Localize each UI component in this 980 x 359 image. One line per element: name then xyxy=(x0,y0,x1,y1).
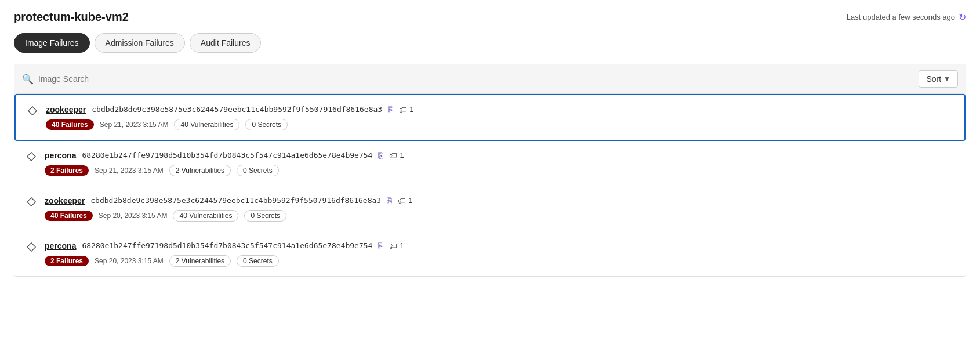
page-title: protectum-kube-vm2 xyxy=(14,10,129,24)
svg-marker-2 xyxy=(27,198,35,206)
svg-marker-1 xyxy=(27,153,35,161)
secrets-badge: 0 Secrets xyxy=(245,119,288,130)
svg-marker-3 xyxy=(27,243,35,251)
vulnerabilities-badge: 40 Vulnerabilities xyxy=(173,210,238,222)
table-row[interactable]: zookeeper cbdbd2b8de9c398e5875e3c6244579… xyxy=(14,186,966,231)
tag-count: 🏷 1 xyxy=(398,196,412,205)
search-input[interactable] xyxy=(38,74,913,84)
copy-icon[interactable]: ⎘ xyxy=(387,195,392,205)
search-icon: 🔍 xyxy=(22,74,34,85)
timestamp: Sep 21, 2023 3:15 AM xyxy=(100,121,169,129)
image-hash: 68280e1b247ffe97198d5d10b354fd7b0843c5f5… xyxy=(82,151,372,159)
copy-icon[interactable]: ⎘ xyxy=(388,104,393,114)
tag-count: 🏷 1 xyxy=(389,241,404,251)
copy-icon[interactable]: ⎘ xyxy=(378,241,383,251)
image-hash: 68280e1b247ffe97198d5d10b354fd7b0843c5f5… xyxy=(82,241,372,250)
search-wrapper: 🔍 xyxy=(22,74,913,85)
secrets-badge: 0 Secrets xyxy=(237,165,279,176)
image-hash: cbdbd2b8de9c398e5875e3c6244579eebc11c4bb… xyxy=(92,105,382,114)
timestamp: Sep 20, 2023 3:15 AM xyxy=(99,212,168,220)
secrets-badge: 0 Secrets xyxy=(244,210,286,222)
image-hash: cbdbd2b8de9c398e5875e3c6244579eebc11c4bb… xyxy=(90,196,381,205)
tag-count: 🏷 1 xyxy=(389,151,404,160)
diamond-icon xyxy=(27,106,38,116)
tab-audit-failures[interactable]: Audit Failures xyxy=(190,33,262,53)
tag-icon: 🏷 xyxy=(399,105,407,114)
table-row[interactable]: percona 68280e1b247ffe97198d5d10b354fd7b… xyxy=(14,141,966,186)
secrets-badge: 0 Secrets xyxy=(237,255,279,267)
results-list: zookeeper cbdbd2b8de9c398e5875e3c6244579… xyxy=(14,93,966,277)
diamond-icon xyxy=(26,242,37,252)
timestamp: Sep 21, 2023 3:15 AM xyxy=(95,166,164,175)
last-updated-label: Last updated a few seconds ago ↻ xyxy=(847,12,966,23)
vulnerabilities-badge: 2 Vulnerabilities xyxy=(169,255,231,267)
tabs-row: Image Failures Admission Failures Audit … xyxy=(14,33,966,53)
tab-admission-failures[interactable]: Admission Failures xyxy=(95,33,185,53)
refresh-icon[interactable]: ↻ xyxy=(959,12,966,23)
result-content: zookeeper cbdbd2b8de9c398e5875e3c6244579… xyxy=(45,195,954,222)
failures-badge: 40 Failures xyxy=(46,119,94,130)
failures-badge: 40 Failures xyxy=(45,211,93,221)
diamond-icon xyxy=(26,197,37,207)
image-name[interactable]: percona xyxy=(45,241,76,251)
failures-badge: 2 Failures xyxy=(45,256,89,266)
sort-label: Sort xyxy=(926,74,941,84)
chevron-down-icon: ▼ xyxy=(943,75,950,83)
result-content: zookeeper cbdbd2b8de9c398e5875e3c6244579… xyxy=(46,104,953,130)
result-content: percona 68280e1b247ffe97198d5d10b354fd7b… xyxy=(45,150,954,176)
image-name[interactable]: zookeeper xyxy=(45,196,85,205)
failures-badge: 2 Failures xyxy=(45,165,89,176)
timestamp: Sep 20, 2023 3:15 AM xyxy=(95,257,164,265)
image-name[interactable]: percona xyxy=(45,151,76,160)
image-name[interactable]: zookeeper xyxy=(46,105,86,114)
vulnerabilities-badge: 40 Vulnerabilities xyxy=(174,119,239,130)
vulnerabilities-badge: 2 Vulnerabilities xyxy=(169,165,231,176)
svg-marker-0 xyxy=(28,107,37,115)
result-content: percona 68280e1b247ffe97198d5d10b354fd7b… xyxy=(45,241,954,267)
tag-icon: 🏷 xyxy=(389,151,397,160)
tag-count: 🏷 1 xyxy=(399,105,413,114)
table-row[interactable]: percona 68280e1b247ffe97198d5d10b354fd7b… xyxy=(14,231,966,276)
sort-button[interactable]: Sort ▼ xyxy=(919,70,958,88)
table-row[interactable]: zookeeper cbdbd2b8de9c398e5875e3c6244579… xyxy=(14,94,966,141)
tag-icon: 🏷 xyxy=(398,196,406,205)
diamond-icon xyxy=(26,151,37,162)
search-sort-row: 🔍 Sort ▼ xyxy=(14,64,966,93)
tag-icon: 🏷 xyxy=(389,241,397,251)
copy-icon[interactable]: ⎘ xyxy=(378,150,383,160)
tab-image-failures[interactable]: Image Failures xyxy=(14,33,90,53)
